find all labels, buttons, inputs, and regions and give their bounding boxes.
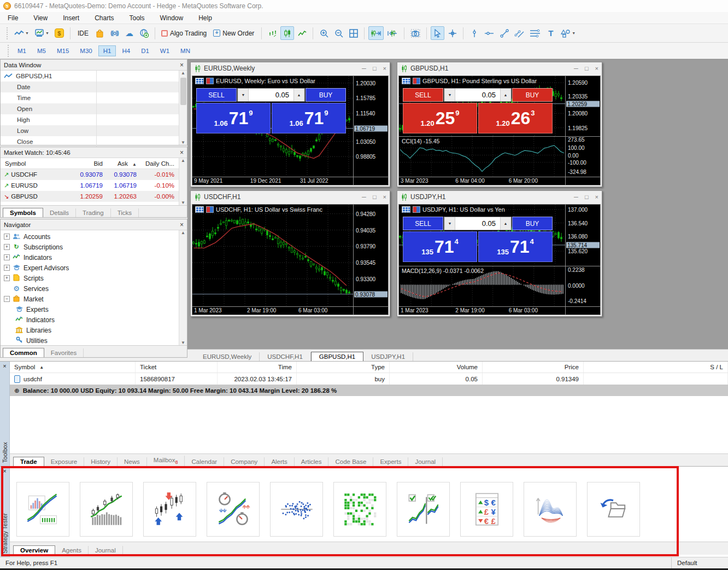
tile-trade-arrows[interactable] (143, 482, 196, 537)
nav-item-market-experts[interactable]: Experts (1, 304, 179, 315)
chart-window-titlebar[interactable]: USDJPY,H1 ─□× (397, 191, 602, 203)
horizontal-line-button[interactable] (482, 26, 496, 40)
nav-item-expert-advisors[interactable]: +Expert Advisors (1, 263, 179, 273)
zoom-out-button[interactable] (332, 26, 345, 40)
line-chart-button[interactable] (295, 26, 309, 40)
time-axis[interactable]: 1 Mar 2023 2 Mar 19:00 6 Mar 03:00 (399, 306, 565, 315)
data-window-row-high[interactable]: High (1, 114, 179, 125)
fibo-lines-button[interactable] (527, 26, 543, 40)
toolbar-drag-handle[interactable] (7, 27, 9, 39)
volume-input[interactable]: 0.05 (455, 217, 500, 230)
trade-table-row[interactable]: usdchf 1586890817 2023.02.03 13:45:17 bu… (10, 373, 728, 385)
chart-window-usdjpy[interactable]: USDJPY,H1 ─□× USDJPY, H1: US Dollar vs Y… (397, 190, 602, 317)
data-window-row-low[interactable]: Low (1, 125, 179, 136)
trendline-button[interactable] (497, 26, 511, 40)
market-watch-row-usdchf[interactable]: ↗USDCHF 0.93078 0.93078 -0.01% (1, 169, 179, 180)
menu-help[interactable]: Help (191, 13, 220, 23)
nav-item-market-indicators[interactable]: Indicators (1, 315, 179, 325)
volume-up-button[interactable]: ▲ (293, 89, 304, 101)
chart-tab-gbpusd[interactable]: GBPUSD,H1 (311, 352, 363, 361)
trade-table-columns[interactable]: Symbol▲ Ticket Time Type Volume Price S … (10, 362, 728, 373)
menu-tools[interactable]: Tools (122, 13, 152, 23)
sell-button[interactable]: SELL (403, 217, 443, 230)
tab-mailbox[interactable]: Mailbox8 (147, 456, 185, 466)
nav-item-accounts[interactable]: +Accounts (1, 231, 179, 242)
channel-button[interactable] (512, 26, 526, 40)
market-watch-row-eurusd[interactable]: ↗EURUSD 1.06719 1.06719 -0.10% (1, 180, 179, 191)
screenshot-button[interactable] (408, 26, 422, 40)
tab-trading[interactable]: Trading (76, 208, 111, 217)
minimize-button[interactable]: ─ (574, 65, 578, 72)
profiles-button[interactable]: ▼ (32, 26, 51, 40)
maximize-button[interactable]: □ (373, 65, 377, 72)
volume-up-button[interactable]: ▲ (500, 217, 511, 230)
time-axis[interactable]: 3 Mar 2023 6 Mar 04:00 6 Mar 20:00 (399, 177, 565, 185)
auto-scroll-button[interactable] (368, 26, 384, 40)
text-tool-button[interactable]: T (544, 26, 557, 40)
tf-h1[interactable]: H1 (98, 45, 116, 56)
close-button[interactable]: × (383, 194, 386, 200)
tf-m5[interactable]: M5 (32, 45, 51, 56)
market-watch-columns[interactable]: Symbol Bid Ask▲ Daily Ch... (1, 158, 179, 169)
scroll-down-icon[interactable]: ▼ (181, 340, 185, 345)
tile-windows-button[interactable] (347, 26, 360, 40)
buy-button[interactable]: BUY (512, 217, 553, 230)
close-button[interactable]: × (383, 65, 386, 72)
sell-button[interactable]: SELL (196, 88, 237, 102)
buy-price[interactable]: 135714 (478, 231, 553, 262)
tab-trade[interactable]: Trade (13, 457, 44, 466)
tf-mn[interactable]: MN (175, 45, 195, 56)
scroll-up-icon[interactable]: ▲ (181, 71, 185, 75)
algo-trading-button[interactable]: Algo Trading (159, 26, 210, 40)
balance-row[interactable]: ⊕ Balance: 10 000.00 USD Equity: 10 093.… (10, 385, 728, 396)
close-icon[interactable]: × (180, 61, 184, 69)
depth-of-market-icon[interactable] (413, 78, 420, 84)
vps-button[interactable]: ☁ (122, 26, 136, 40)
expand-icon[interactable]: ⊕ (14, 387, 20, 394)
oneclick-panel-icon[interactable] (195, 78, 204, 84)
tab-alerts[interactable]: Alerts (265, 457, 294, 466)
sell-price[interactable]: 1.20259 (403, 103, 477, 133)
menu-view[interactable]: View (26, 13, 55, 23)
status-profile[interactable]: Default (671, 557, 702, 568)
tf-w1[interactable]: W1 (155, 45, 174, 56)
menu-charts[interactable]: Charts (87, 13, 121, 23)
data-window-row-close[interactable]: Close (1, 136, 179, 147)
toolbar-drag-handle[interactable] (8, 45, 10, 57)
tile-surface-3d[interactable] (524, 482, 577, 537)
crosshair-button[interactable] (445, 26, 459, 40)
nav-item-scripts[interactable]: +Scripts (1, 273, 179, 283)
scroll-down-icon[interactable]: ▼ (181, 200, 185, 205)
chart-window-usdchf[interactable]: USDCHF,H1 ─□× USDCHF, H1: US Dollar vs S… (190, 190, 390, 317)
menu-window[interactable]: Window (152, 13, 191, 23)
volume-input[interactable]: 0.05 (455, 89, 500, 101)
nav-item-subscriptions[interactable]: +↻Subscriptions (1, 242, 179, 252)
depth-of-market-icon[interactable] (413, 206, 420, 213)
close-icon[interactable]: × (180, 221, 184, 229)
data-window-row-time[interactable]: Time (1, 92, 179, 103)
volume-up-button[interactable]: ▲ (500, 89, 511, 101)
tf-m30[interactable]: M30 (75, 45, 97, 56)
toolbox-vertical-label[interactable]: Toolbox (2, 442, 8, 463)
tab-calendar[interactable]: Calendar (185, 457, 224, 466)
tf-d1[interactable]: D1 (136, 45, 154, 56)
expand-icon[interactable]: + (4, 265, 10, 271)
candlestick-button[interactable] (280, 26, 294, 40)
maximize-button[interactable]: □ (585, 194, 589, 200)
tile-chart-volumes[interactable] (80, 482, 133, 537)
time-axis[interactable]: 9 May 2021 19 Dec 2021 31 Jul 2022 (192, 177, 353, 185)
ide-button[interactable]: IDE (74, 26, 92, 40)
data-window-row-open[interactable]: Open (1, 103, 179, 114)
tile-multicurrency[interactable]: $€ £¥ €£ (460, 482, 513, 537)
chart-tab-usdchf[interactable]: USDCHF,H1 (260, 352, 311, 361)
price-scale[interactable]: 1.20030 1.15785 1.11540 1.06719 1.03050 … (353, 76, 388, 185)
minimize-button[interactable]: ─ (362, 194, 366, 200)
chart-window-titlebar[interactable]: GBPUSD,H1 ─□× (397, 62, 602, 74)
tab-exposure[interactable]: Exposure (44, 457, 85, 466)
scrollbar[interactable]: ▲ ▼ (179, 230, 187, 345)
bar-chart-button[interactable] (266, 26, 279, 40)
nav-item-market-utilities[interactable]: Utilities (1, 335, 179, 346)
tab-overview[interactable]: Overview (13, 545, 55, 555)
expand-icon[interactable]: + (4, 254, 10, 260)
expand-icon[interactable]: + (4, 275, 10, 281)
